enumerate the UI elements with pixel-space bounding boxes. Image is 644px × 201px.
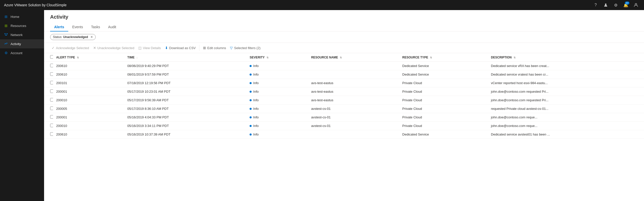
toolbar-divider	[199, 45, 199, 51]
cell-resource-name: avs-test-eastus	[308, 96, 399, 105]
tab-alerts[interactable]: Alerts	[50, 23, 68, 31]
severity-dot-icon	[250, 133, 252, 136]
filter-icon: ▽	[230, 46, 233, 50]
selected-filters-button[interactable]: ▽ Selected filters (2)	[228, 45, 262, 51]
user-circle-button[interactable]	[602, 1, 610, 9]
unacknowledge-selected-button[interactable]: ✕ Unacknowledge Selected	[92, 45, 136, 51]
cell-alert-type: 200101	[53, 79, 124, 87]
cell-description: Dedicated service vRA has been creat...	[488, 62, 644, 70]
cell-resource-name: avs-test-eastus	[308, 87, 399, 96]
row-checkbox[interactable]	[50, 72, 53, 76]
sidebar-item-home[interactable]: ⊞ Home	[0, 12, 44, 21]
details-icon: ◫	[138, 46, 142, 50]
content-header: Activity Alerts Events Tasks Audit	[44, 10, 644, 31]
row-checkbox-cell[interactable]	[44, 79, 53, 87]
sort-severity-icon: ⇅	[266, 56, 268, 59]
cell-resource-type: Dedicated Service	[399, 62, 488, 70]
cell-description: requested Private cloud avstest-cs-01...	[488, 105, 644, 113]
cell-description: john.doe@contoso.com reque...	[488, 113, 644, 122]
row-checkbox-cell[interactable]	[44, 87, 53, 96]
row-checkbox[interactable]	[50, 124, 53, 127]
table-row: 20061008/06/2019 9:40:29 PM PDTInfoDedic…	[44, 62, 644, 70]
sidebar-label-home: Home	[11, 15, 19, 19]
notifications-button[interactable]: 🔔 37	[622, 1, 630, 9]
notification-count: 37	[625, 2, 629, 5]
row-checkbox[interactable]	[50, 89, 53, 93]
row-checkbox-cell[interactable]	[44, 70, 53, 79]
sidebar-item-network[interactable]: Network	[0, 30, 44, 39]
row-checkbox-cell[interactable]	[44, 96, 53, 105]
status-filter-badge[interactable]: Status: Unacknowledged ✕	[50, 34, 96, 40]
check-icon: ✓	[52, 46, 55, 50]
tab-audit[interactable]: Audit	[104, 23, 120, 31]
severity-dot-icon	[250, 99, 252, 101]
sort-alert-type-icon: ⇅	[77, 56, 79, 59]
settings-button[interactable]: ⚙	[612, 1, 620, 9]
row-checkbox[interactable]	[50, 107, 53, 110]
cell-alert-type: 200610	[53, 70, 124, 79]
sidebar-label-resources: Resources	[11, 24, 26, 28]
sidebar-item-activity[interactable]: Activity	[0, 39, 44, 48]
table-body: 20061008/06/2019 9:40:29 PM PDTInfoDedic…	[44, 62, 644, 139]
network-icon	[4, 33, 8, 37]
cell-alert-type: 200610	[53, 130, 124, 139]
download-icon: ⬇	[165, 46, 168, 50]
cell-description: john.doe@contoso.com requested Pri...	[488, 96, 644, 105]
sort-time-icon: ↓	[137, 56, 138, 59]
cell-time: 05/16/2019 3:34:11 PM PDT	[124, 122, 247, 130]
row-checkbox-cell[interactable]	[44, 62, 53, 70]
filter-prefix: Status:	[53, 35, 63, 39]
filter-close-icon[interactable]: ✕	[90, 35, 93, 39]
col-description[interactable]: DESCRIPTION ⇅	[488, 53, 644, 62]
home-icon: ⊞	[4, 15, 8, 19]
col-resource-type[interactable]: RESOURCE TYPE ⇅	[399, 53, 488, 62]
row-checkbox[interactable]	[50, 115, 53, 119]
sidebar-item-account[interactable]: ⚙ Account	[0, 48, 44, 57]
tab-tasks[interactable]: Tasks	[87, 23, 104, 31]
page-title: Activity	[50, 14, 638, 20]
table-row: 20000105/16/2019 4:04:33 PM PDTInfoavste…	[44, 113, 644, 122]
row-checkbox[interactable]	[50, 98, 53, 102]
row-checkbox-cell[interactable]	[44, 122, 53, 130]
sidebar-item-resources[interactable]: ⊞ Resources	[0, 21, 44, 30]
cell-description: Dedicated service vratest has been cr...	[488, 70, 644, 79]
table-header-row: ALERT TYPE ⇅ TIME ↓ SEVERITY ⇅ RESOURC	[44, 53, 644, 62]
table-row: 20010107/18/2019 12:19:56 PM PDTInfoavs-…	[44, 79, 644, 87]
col-severity[interactable]: SEVERITY ⇅	[247, 53, 308, 62]
table-row: 20061005/16/2019 10:37:39 AM PDTInfoDedi…	[44, 130, 644, 139]
row-checkbox-cell[interactable]	[44, 105, 53, 113]
severity-dot-icon	[250, 108, 252, 110]
col-resource-name[interactable]: RESOURCE NAME ⇅	[308, 53, 399, 62]
sidebar: ⊞ Home ⊞ Resources Network	[0, 10, 44, 201]
cell-severity: Info	[247, 113, 308, 122]
account-button[interactable]	[632, 1, 640, 9]
table-row: 20001005/16/2019 3:34:11 PM PDTInfoavste…	[44, 122, 644, 130]
svg-rect-3	[7, 33, 8, 34]
table-row: 20061008/01/2019 9:57:59 PM PDTInfoDedic…	[44, 70, 644, 79]
cell-alert-type: 200001	[53, 87, 124, 96]
cell-description: john.doe@contoso.com requested Pri...	[488, 87, 644, 96]
row-checkbox-cell[interactable]	[44, 113, 53, 122]
help-button[interactable]: ?	[592, 1, 600, 9]
cell-resource-name	[308, 70, 399, 79]
severity-dot-icon	[250, 116, 252, 118]
row-checkbox[interactable]	[50, 132, 53, 136]
download-csv-button[interactable]: ⬇ Download as CSV	[163, 45, 197, 51]
tabs-bar: Alerts Events Tasks Audit	[50, 23, 638, 31]
col-time[interactable]: TIME ↓	[124, 53, 247, 62]
table-row: 20001005/17/2019 9:56:39 AM PDTInfoavs-t…	[44, 96, 644, 105]
row-checkbox-cell[interactable]	[44, 130, 53, 139]
acknowledge-selected-button[interactable]: ✓ Acknowledge Selected	[50, 45, 91, 51]
cell-resource-type: Dedicated Service	[399, 130, 488, 139]
select-all-checkbox-cell[interactable]	[44, 53, 53, 62]
cell-time: 05/16/2019 4:04:33 PM PDT	[124, 113, 247, 122]
view-details-button[interactable]: ◫ View Details	[137, 45, 162, 51]
cell-description: vCenter reported host esxi-984-eastu...	[488, 79, 644, 87]
tab-events[interactable]: Events	[68, 23, 87, 31]
row-checkbox[interactable]	[50, 81, 53, 84]
edit-columns-button[interactable]: ⊞ Edit columns	[201, 45, 227, 51]
col-alert-type[interactable]: ALERT TYPE ⇅	[53, 53, 124, 62]
row-checkbox[interactable]	[50, 64, 53, 67]
cell-resource-name: avstest-cs-01	[308, 122, 399, 130]
cell-time: 05/17/2019 10:23:01 AM PDT	[124, 87, 247, 96]
